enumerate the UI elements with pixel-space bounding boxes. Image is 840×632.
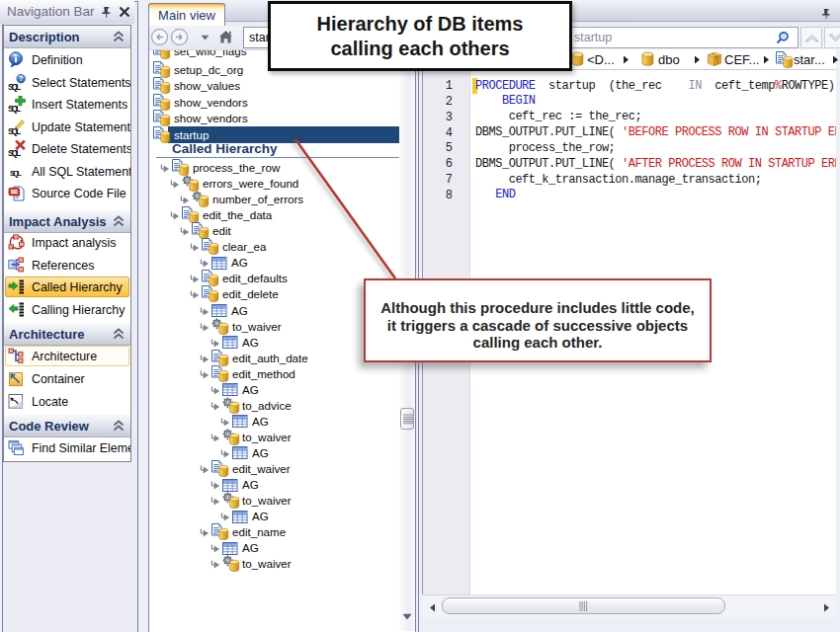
svg-text:SQL: SQL: [10, 168, 22, 177]
